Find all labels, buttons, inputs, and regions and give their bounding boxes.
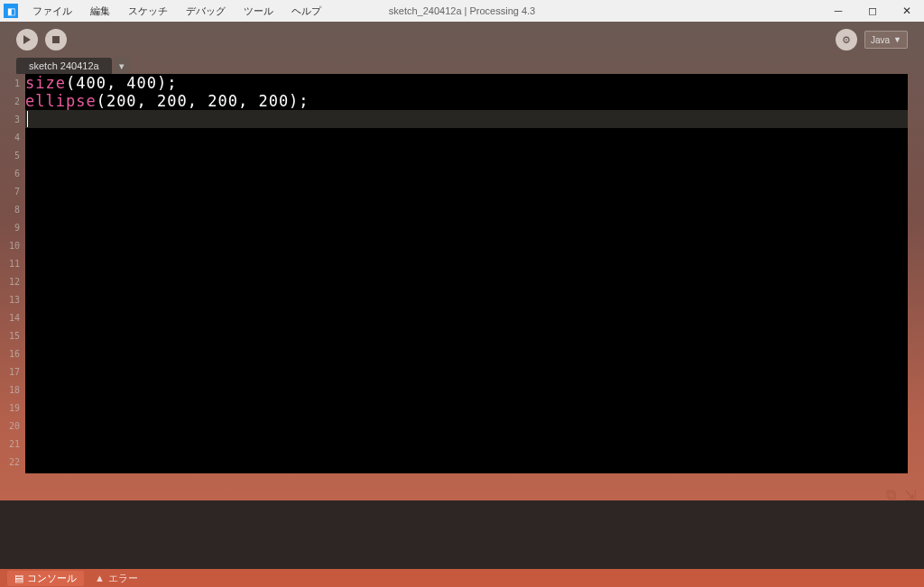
text-cursor: [27, 111, 28, 127]
line-number: 2: [0, 93, 25, 111]
line-number: 7: [0, 183, 25, 201]
copy-icon[interactable]: ⧉: [886, 487, 897, 498]
line-number: 16: [0, 345, 25, 363]
line-number: 19: [0, 399, 25, 417]
stop-icon: [51, 32, 60, 48]
errors-tab-label: エラー: [108, 572, 138, 585]
sketch-tab[interactable]: sketch 240412a: [16, 58, 112, 74]
status-bar: ▤ コンソール ▲ エラー: [0, 569, 924, 587]
code-text: (400, 400);: [66, 74, 178, 92]
menu-help[interactable]: ヘルプ: [282, 3, 330, 20]
warning-icon: ▲: [95, 573, 105, 583]
errors-tab[interactable]: ▲ エラー: [88, 571, 145, 586]
line-number: 10: [0, 237, 25, 255]
line-number: 9: [0, 219, 25, 237]
code-keyword: size: [25, 74, 66, 92]
line-number: 8: [0, 201, 25, 219]
line-number: 17: [0, 363, 25, 381]
line-number: 1: [0, 75, 25, 93]
console-tab[interactable]: ▤ コンソール: [7, 571, 84, 586]
stop-button[interactable]: [45, 29, 67, 50]
mode-selector[interactable]: Java ▼: [864, 31, 908, 49]
code-text: (200, 200, 200, 200);: [97, 92, 310, 110]
console-icon: ▤: [14, 573, 23, 584]
panel-divider[interactable]: ⧉ ⇲: [0, 484, 924, 500]
app-icon: ◧: [4, 4, 18, 18]
tab-bar: sketch 240412a ▾: [0, 54, 924, 74]
line-number: 12: [0, 273, 25, 291]
console-panel[interactable]: [0, 500, 924, 569]
menu-tools[interactable]: ツール: [235, 3, 282, 20]
tab-menu-button[interactable]: ▾: [114, 58, 130, 74]
current-line-highlight: [25, 110, 908, 128]
minimize-button[interactable]: ─: [821, 0, 855, 22]
menu-edit[interactable]: 編集: [81, 3, 119, 20]
menu-bar: ファイル 編集 スケッチ デバッグ ツール ヘルプ: [23, 3, 330, 20]
menu-sketch[interactable]: スケッチ: [119, 3, 177, 20]
line-number: 4: [0, 129, 25, 147]
line-number: 21: [0, 436, 25, 454]
line-number: 15: [0, 327, 25, 345]
line-number: 18: [0, 381, 25, 399]
collapse-icon[interactable]: ⇲: [904, 487, 915, 498]
line-number: 11: [0, 255, 25, 273]
svg-rect-0: [52, 36, 60, 43]
mode-label: Java: [871, 35, 890, 45]
menu-file[interactable]: ファイル: [23, 3, 81, 20]
code-editor[interactable]: size(400, 400); ellipse(200, 200, 200, 2…: [25, 74, 908, 473]
menu-debug[interactable]: デバッグ: [177, 3, 235, 20]
toolbar: ⚙ Java ▼: [0, 25, 924, 54]
play-icon: [23, 32, 32, 48]
title-bar: ◧ ファイル 編集 スケッチ デバッグ ツール ヘルプ sketch_24041…: [0, 0, 924, 22]
sliders-icon: ⚙: [842, 34, 851, 46]
close-button[interactable]: ✕: [890, 0, 924, 22]
line-number: 14: [0, 309, 25, 327]
line-number: 6: [0, 165, 25, 183]
line-number: 3: [0, 111, 25, 129]
chevron-down-icon: ▼: [893, 35, 901, 44]
run-button[interactable]: [16, 29, 38, 50]
app-body: ⚙ Java ▼ sketch 240412a ▾ 12345678910111…: [0, 22, 924, 587]
line-number: 5: [0, 147, 25, 165]
line-number: 20: [0, 417, 25, 436]
editor-area: 12345678910111213141516171819202122 size…: [0, 74, 924, 473]
line-number: 13: [0, 291, 25, 309]
debug-toggle-button[interactable]: ⚙: [836, 29, 857, 50]
line-gutter: 12345678910111213141516171819202122: [0, 74, 25, 473]
console-tab-label: コンソール: [27, 572, 77, 585]
maximize-button[interactable]: ◻: [855, 0, 890, 22]
code-keyword: ellipse: [25, 92, 97, 110]
line-number: 22: [0, 454, 25, 472]
window-controls: ─ ◻ ✕: [821, 0, 924, 22]
window-title: sketch_240412a | Processing 4.3: [389, 5, 535, 16]
